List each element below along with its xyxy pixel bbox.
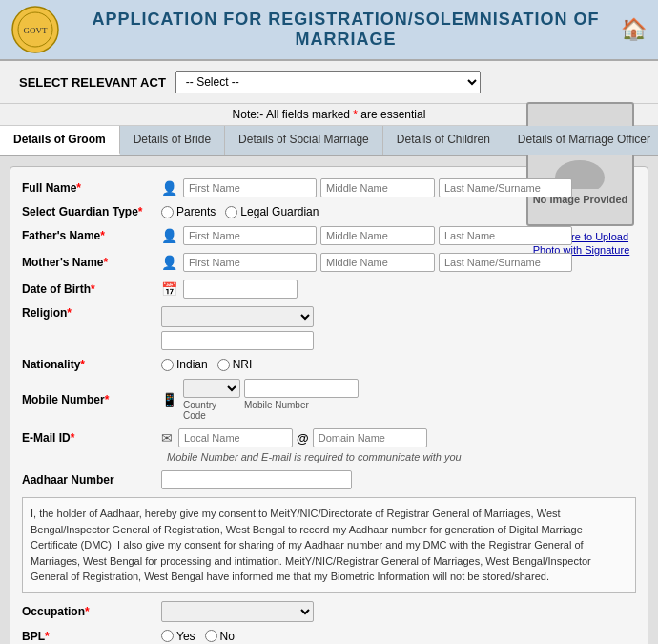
religion-inputs bbox=[161, 306, 314, 350]
email-row: E-Mail ID* ✉ @ bbox=[22, 428, 636, 447]
main-content: No Image Provided Click here to Upload P… bbox=[0, 156, 658, 644]
mother-name-inputs bbox=[183, 253, 572, 272]
bpl-label: BPL* bbox=[22, 630, 155, 643]
bpl-no-label: No bbox=[220, 630, 235, 643]
email-icon: ✉ bbox=[161, 430, 173, 446]
father-last-name-input[interactable] bbox=[439, 226, 572, 245]
country-code-select[interactable] bbox=[183, 379, 240, 398]
mobile-row: Mobile Number* 📱 Country Code Mobile Num… bbox=[22, 379, 636, 421]
religion-text-input[interactable] bbox=[161, 331, 314, 350]
nationality-indian-radio[interactable] bbox=[161, 359, 174, 371]
nationality-indian-option[interactable]: Indian bbox=[161, 358, 208, 371]
occupation-label: Occupation* bbox=[22, 605, 155, 618]
tab-groom[interactable]: Details of Groom bbox=[0, 126, 120, 155]
bpl-options: Yes No bbox=[161, 630, 235, 643]
nationality-options: Indian NRI bbox=[161, 358, 252, 371]
mobile-number-input[interactable] bbox=[244, 379, 359, 398]
father-person-icon: 👤 bbox=[161, 228, 177, 243]
guardian-type-label: Select Guardian Type* bbox=[22, 205, 155, 218]
tabs: Details of Groom Details of Bride Detail… bbox=[0, 126, 658, 156]
select-act-label: SELECT RELEVANT ACT bbox=[19, 75, 166, 90]
father-middle-name-input[interactable] bbox=[320, 226, 435, 245]
guardian-parents-radio[interactable] bbox=[161, 206, 174, 218]
father-name-row: Father's Name* 👤 bbox=[22, 226, 517, 245]
full-name-inputs bbox=[183, 178, 572, 197]
bpl-yes-label: Yes bbox=[176, 630, 195, 643]
full-name-label: Full Name* bbox=[22, 181, 155, 195]
nationality-label: Nationality* bbox=[22, 358, 155, 371]
select-act-dropdown[interactable]: -- Select -- bbox=[175, 71, 481, 93]
email-inputs: @ bbox=[178, 428, 427, 447]
nationality-nri-label: NRI bbox=[233, 358, 253, 371]
guardian-legal-option[interactable]: Legal Guardian bbox=[225, 205, 319, 218]
country-code-label: Country Code bbox=[183, 400, 240, 421]
mobile-inputs: Country Code Mobile Number bbox=[183, 379, 359, 421]
guardian-parents-label: Parents bbox=[176, 205, 216, 218]
photo-placeholder: No Image Provided bbox=[526, 102, 634, 226]
bpl-no-option[interactable]: No bbox=[205, 630, 235, 643]
dob-row: Date of Birth* 📅 bbox=[22, 280, 636, 299]
first-name-input[interactable] bbox=[183, 178, 317, 197]
father-name-inputs bbox=[183, 226, 572, 245]
logo: GOVT bbox=[11, 6, 59, 53]
mother-name-label: Mother's Name* bbox=[22, 256, 155, 269]
last-name-input[interactable] bbox=[439, 178, 572, 197]
aadhaar-label: Aadhaar Number bbox=[22, 473, 155, 487]
home-icon[interactable]: 🏠 bbox=[621, 17, 647, 42]
father-name-label: Father's Name* bbox=[22, 229, 155, 242]
father-first-name-input[interactable] bbox=[183, 226, 317, 245]
mother-middle-name-input[interactable] bbox=[320, 253, 435, 272]
mobile-number-label: Mobile Number bbox=[244, 400, 359, 421]
note-text: Note:- All fields marked bbox=[233, 108, 354, 121]
religion-row: Religion* bbox=[22, 306, 636, 350]
note-text2: are essential bbox=[358, 108, 425, 121]
dob-input[interactable] bbox=[183, 280, 298, 299]
dob-input-wrapper bbox=[183, 280, 298, 299]
mobile-inputs-top bbox=[183, 379, 359, 398]
guardian-options: Parents Legal Guardian bbox=[161, 205, 319, 218]
nationality-row: Nationality* Indian NRI bbox=[22, 358, 636, 371]
middle-name-input[interactable] bbox=[320, 178, 435, 197]
email-label: E-Mail ID* bbox=[22, 431, 155, 445]
mobile-label: Mobile Number* bbox=[22, 393, 155, 406]
phone-icon: 📱 bbox=[161, 392, 177, 407]
header: GOVT APPLICATION FOR REGISTRATION/SOLEMN… bbox=[0, 0, 658, 61]
aadhaar-row: Aadhaar Number bbox=[22, 470, 636, 489]
dob-label: Date of Birth* bbox=[22, 282, 155, 296]
nationality-nri-option[interactable]: NRI bbox=[217, 358, 253, 371]
full-name-row: Full Name* 👤 bbox=[22, 178, 517, 197]
guardian-parents-option[interactable]: Parents bbox=[161, 205, 216, 218]
guardian-legal-label: Legal Guardian bbox=[240, 205, 319, 218]
comm-note: Mobile Number and E-mail is required to … bbox=[167, 451, 636, 463]
nationality-nri-radio[interactable] bbox=[217, 359, 230, 371]
bpl-yes-radio[interactable] bbox=[161, 630, 174, 642]
tab-marriage-officer[interactable]: Details of Marriage Officer bbox=[504, 126, 658, 155]
tab-social-marriage[interactable]: Details of Social Marriage bbox=[225, 126, 383, 155]
consent-box: I, the holder of Aadhaar, hereby give my… bbox=[22, 497, 636, 593]
occupation-row: Occupation* bbox=[22, 601, 636, 622]
email-local-input[interactable] bbox=[178, 428, 293, 447]
tab-bride[interactable]: Details of Bride bbox=[120, 126, 225, 155]
mother-first-name-input[interactable] bbox=[183, 253, 317, 272]
email-at-sign: @ bbox=[295, 431, 311, 446]
svg-text:GOVT: GOVT bbox=[24, 26, 48, 35]
bpl-yes-option[interactable]: Yes bbox=[161, 630, 195, 643]
tab-children[interactable]: Details of Children bbox=[383, 126, 504, 155]
occupation-select[interactable] bbox=[161, 601, 314, 622]
email-domain-input[interactable] bbox=[313, 428, 427, 447]
mother-last-name-input[interactable] bbox=[439, 253, 572, 272]
mother-name-row: Mother's Name* 👤 bbox=[22, 253, 517, 272]
mother-person-icon: 👤 bbox=[161, 255, 177, 270]
aadhaar-input[interactable] bbox=[161, 470, 352, 489]
person-icon: 👤 bbox=[161, 180, 177, 196]
nationality-indian-label: Indian bbox=[176, 358, 208, 371]
groom-details-form: No Image Provided Click here to Upload P… bbox=[10, 166, 648, 644]
bpl-row: BPL* Yes No bbox=[22, 630, 636, 643]
select-act-row: SELECT RELEVANT ACT -- Select -- bbox=[0, 61, 658, 104]
bpl-no-radio[interactable] bbox=[205, 630, 217, 642]
header-title: APPLICATION FOR REGISTRATION/SOLEMNISATI… bbox=[71, 10, 621, 50]
calendar-icon: 📅 bbox=[161, 281, 177, 297]
guardian-legal-radio[interactable] bbox=[225, 206, 237, 218]
religion-select[interactable] bbox=[161, 306, 314, 327]
religion-label: Religion* bbox=[22, 306, 155, 320]
